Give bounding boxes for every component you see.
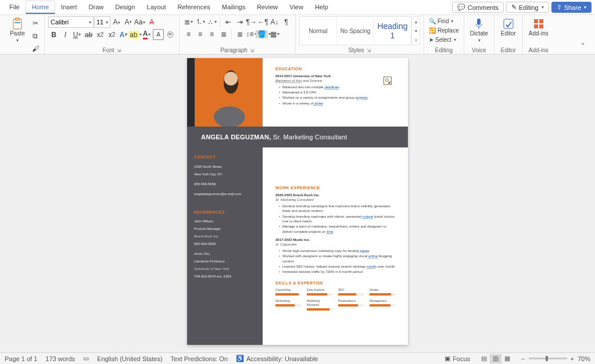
sort-button[interactable]: A↓ bbox=[269, 16, 280, 27]
group-font: Calibri▾ 11▾ A▴ A▾ Aa▾ A̶ B I U▾ ab x2 x… bbox=[45, 15, 180, 54]
subscript-button[interactable]: x2 bbox=[95, 29, 106, 40]
styles-scroll-up[interactable]: ▴ bbox=[411, 17, 420, 26]
tab-file[interactable]: File bbox=[3, 1, 26, 14]
decrease-indent-button[interactable]: ⇤ bbox=[223, 16, 234, 27]
document-canvas[interactable]: EDUCATION 2014-2017 University of New Yo… bbox=[0, 55, 595, 352]
share-button[interactable]: ⇪Share▾ bbox=[551, 2, 592, 13]
svg-rect-5 bbox=[504, 19, 513, 28]
shrink-font-button[interactable]: A▾ bbox=[123, 17, 134, 28]
replace-icon: 🔁 bbox=[429, 27, 436, 34]
editor-button[interactable]: Editor bbox=[498, 16, 519, 38]
tab-help[interactable]: Help bbox=[309, 1, 334, 14]
zoom-level[interactable]: 70% bbox=[578, 355, 590, 362]
left-column: CONTACT 1200 North Street, New York City… bbox=[187, 147, 263, 345]
clear-formatting-button[interactable]: A̶ bbox=[146, 17, 157, 28]
tab-review[interactable]: Review bbox=[251, 1, 284, 14]
accessibility-status[interactable]: ♿Accessibility: Unavailable bbox=[236, 355, 318, 362]
highlight-button[interactable]: ab▾ bbox=[130, 29, 141, 40]
job2-bullet: Increased website traffic by 720% in 6-m… bbox=[279, 269, 395, 274]
zoom-slider[interactable] bbox=[529, 358, 567, 359]
dictate-button[interactable]: Dictate▾ bbox=[468, 16, 490, 45]
styles-label: Styles bbox=[348, 47, 364, 53]
edu-bullet: Worked on a variety of assignments and g… bbox=[279, 95, 395, 100]
tab-references[interactable]: References bbox=[172, 1, 216, 14]
show-marks-button[interactable]: ¶ bbox=[281, 16, 292, 27]
job2-bullet: Wrote high-conversion marketing copy for… bbox=[279, 248, 395, 253]
tab-draw[interactable]: Draw bbox=[83, 1, 110, 14]
group-editor: Editor Editor bbox=[494, 15, 523, 54]
word-count[interactable]: 173 words bbox=[45, 355, 75, 362]
strikethrough-button[interactable]: ab bbox=[83, 29, 94, 40]
justify-button[interactable]: ≣ bbox=[218, 28, 229, 39]
zoom-in-button[interactable]: + bbox=[571, 355, 574, 362]
style-no-spacing[interactable]: No Spacing bbox=[337, 17, 374, 45]
editing-mode-button[interactable]: ✎Editing▾ bbox=[506, 2, 549, 13]
language-status[interactable]: English (United States) bbox=[97, 355, 163, 362]
font-launcher[interactable]: ⇲ bbox=[117, 48, 121, 53]
ltr-button[interactable]: ¶→ bbox=[246, 16, 257, 27]
comments-button[interactable]: 💬Comments bbox=[452, 2, 504, 13]
spell-check-icon[interactable]: ▭ bbox=[83, 355, 89, 362]
focus-mode-button[interactable]: ▣Focus bbox=[445, 355, 470, 362]
styles-expand[interactable]: ▿ bbox=[411, 35, 420, 45]
print-layout-button[interactable]: ▥ bbox=[490, 354, 501, 363]
tab-home[interactable]: Home bbox=[26, 1, 55, 14]
svg-rect-7 bbox=[539, 19, 543, 23]
job2-title: Jr. Copywriter bbox=[275, 242, 395, 247]
select-button[interactable]: ➤Select▾ bbox=[428, 35, 457, 44]
align-right-button[interactable]: ≡ bbox=[206, 28, 217, 39]
rtl-button[interactable]: ←¶ bbox=[257, 16, 268, 27]
job2-bullet: Worked with designers to create highly e… bbox=[279, 254, 395, 264]
edu-bullet: Maintained a 3.8 GPA bbox=[279, 90, 395, 95]
grow-font-button[interactable]: A▴ bbox=[111, 17, 122, 28]
addins-button[interactable]: Add-ins bbox=[526, 16, 551, 38]
styles-launcher[interactable]: ⇲ bbox=[367, 48, 371, 53]
shading-button[interactable]: 🪣▾ bbox=[257, 28, 268, 39]
tab-view[interactable]: View bbox=[284, 1, 309, 14]
change-case-button[interactable]: Aa▾ bbox=[134, 17, 145, 28]
tab-insert[interactable]: Insert bbox=[55, 1, 83, 14]
styles-scroll-down[interactable]: ▾ bbox=[411, 26, 420, 35]
read-mode-button[interactable]: ▤ bbox=[478, 354, 490, 363]
format-painter-button[interactable]: 🖌 bbox=[30, 43, 41, 54]
style-heading-1[interactable]: Heading 1 bbox=[374, 17, 411, 45]
tab-layout[interactable]: Layout bbox=[141, 1, 172, 14]
font-size-select[interactable]: 11▾ bbox=[94, 16, 110, 28]
web-layout-button[interactable]: ▦ bbox=[501, 354, 513, 363]
font-color-button[interactable]: A▾ bbox=[141, 29, 152, 40]
superscript-button[interactable]: x2 bbox=[106, 29, 117, 40]
distributed-button[interactable]: ≣ bbox=[234, 28, 245, 39]
text-predictions-status[interactable]: Text Predictions: On bbox=[171, 355, 228, 362]
paste-button[interactable]: Paste▾ bbox=[7, 16, 28, 45]
zoom-out-button[interactable]: − bbox=[521, 355, 525, 362]
tab-mailings[interactable]: Mailings bbox=[216, 1, 251, 14]
align-center-button[interactable]: ≡ bbox=[195, 28, 206, 39]
bullets-button[interactable]: ≣▾ bbox=[183, 16, 194, 27]
increase-indent-button[interactable]: ⇥ bbox=[234, 16, 245, 27]
font-family-select[interactable]: Calibri▾ bbox=[48, 16, 94, 28]
tab-design[interactable]: Design bbox=[109, 1, 141, 14]
pencil-icon: ✎ bbox=[511, 3, 517, 11]
copy-button[interactable]: ⧉ bbox=[30, 30, 41, 41]
share-icon: ⇪ bbox=[557, 3, 562, 11]
collapse-ribbon-button[interactable]: ˅ bbox=[577, 41, 588, 52]
align-left-button[interactable]: ≡ bbox=[183, 28, 194, 39]
edu-degree: Bachelors of Arts and Science bbox=[275, 78, 395, 83]
find-button[interactable]: 🔍Find▾ bbox=[428, 17, 454, 26]
italic-button[interactable]: I bbox=[60, 29, 71, 40]
numbering-button[interactable]: ⒈▾ bbox=[195, 16, 206, 27]
character-border-button[interactable]: A bbox=[153, 29, 164, 40]
multilevel-list-button[interactable]: ⛬▾ bbox=[206, 16, 217, 27]
replace-button[interactable]: 🔁Replace bbox=[428, 26, 460, 35]
page-number[interactable]: Page 1 of 1 bbox=[5, 355, 37, 362]
paragraph-launcher[interactable]: ⇲ bbox=[250, 48, 255, 53]
enclose-characters-button[interactable]: ㊥ bbox=[164, 29, 175, 40]
text-effects-button[interactable]: A▾ bbox=[118, 29, 129, 40]
underline-button[interactable]: U▾ bbox=[71, 29, 83, 40]
cut-button[interactable]: ✂ bbox=[30, 17, 41, 28]
style-normal[interactable]: Normal bbox=[300, 17, 337, 45]
borders-button[interactable]: ▦▾ bbox=[269, 28, 280, 39]
bold-button[interactable]: B bbox=[48, 29, 59, 40]
svg-rect-8 bbox=[534, 24, 538, 28]
styles-gallery: Normal No Spacing Heading 1 ▴ ▾ ▿ bbox=[299, 16, 420, 45]
